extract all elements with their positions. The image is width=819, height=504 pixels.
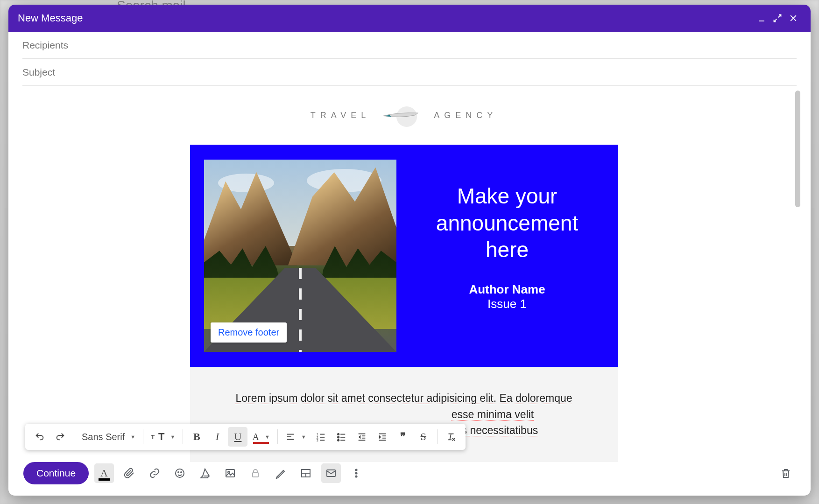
lorem-text: Lorem ipsum dolor sit <box>235 392 341 404</box>
hero-block: Remove footer Make your announcement her… <box>190 145 618 367</box>
insert-photo-button[interactable] <box>220 463 240 483</box>
insert-emoji-button[interactable] <box>170 463 190 483</box>
formatting-options-button[interactable]: A <box>94 463 114 483</box>
svg-text:3: 3 <box>317 438 318 442</box>
undo-button[interactable] <box>30 427 49 447</box>
svg-point-40 <box>355 476 357 477</box>
remove-footer-button[interactable]: Remove footer <box>211 322 287 343</box>
numbered-list-button[interactable]: 123 <box>311 427 331 447</box>
compose-window: New Message Recipients Subject TRAVEL AG… <box>8 5 811 496</box>
action-bar: Continue A <box>23 460 796 486</box>
window-title: New Message <box>18 12 754 24</box>
subject-field[interactable]: Subject <box>22 59 797 86</box>
titlebar: New Message <box>8 5 811 32</box>
more-options-button[interactable] <box>346 463 366 483</box>
remove-formatting-button[interactable] <box>441 427 461 447</box>
lorem-text: necessitatibus <box>470 424 538 436</box>
lorem-text: elit. Ea <box>477 392 515 404</box>
announcement-text[interactable]: Make your announcement here <box>415 183 599 264</box>
lorem-text: velit <box>515 408 534 420</box>
header-fields: Recipients Subject <box>8 32 811 86</box>
hero-text[interactable]: Make your announcement here Author Name … <box>396 160 618 352</box>
insert-signature-button[interactable] <box>271 463 290 483</box>
font-family-label: Sans Serif <box>82 432 125 442</box>
close-button[interactable] <box>785 10 801 26</box>
font-family-select[interactable]: Sans Serif▼ <box>78 427 139 447</box>
text-color-button[interactable]: A▼ <box>248 427 273 447</box>
confidential-mode-button[interactable] <box>246 463 265 483</box>
minimize-button[interactable] <box>754 10 770 26</box>
plane-icon <box>379 105 425 126</box>
scrollbar[interactable] <box>795 91 800 207</box>
hero-image[interactable]: Remove footer <box>204 160 396 352</box>
svg-point-29 <box>178 472 179 473</box>
issue-text[interactable]: Issue 1 <box>415 297 599 311</box>
indent-more-button[interactable] <box>373 427 392 447</box>
italic-button[interactable]: I <box>207 427 227 447</box>
lorem-text: consectetur <box>368 392 424 404</box>
lorem-text: doloremque <box>515 392 572 404</box>
quote-button[interactable]: ❞ <box>393 427 413 447</box>
indent-less-button[interactable] <box>352 427 372 447</box>
strikethrough-button[interactable]: S <box>414 427 433 447</box>
recipients-field[interactable]: Recipients <box>22 32 797 59</box>
popout-collapse-button[interactable] <box>770 10 785 26</box>
insert-link-button[interactable] <box>145 463 164 483</box>
redo-button[interactable] <box>50 427 70 447</box>
format-toolbar: Sans Serif▼ TT▼ B I U A▼ ▼ 123 ❞ S <box>25 424 466 450</box>
lorem-text: amet <box>341 392 365 404</box>
insert-drive-button[interactable] <box>195 463 215 483</box>
svg-point-14 <box>338 440 339 441</box>
svg-point-39 <box>355 472 357 474</box>
body-area: TRAVEL AGENCY Remove footer <box>8 86 811 496</box>
discard-draft-button[interactable] <box>776 463 796 483</box>
font-size-select[interactable]: TT▼ <box>147 427 179 447</box>
continue-button[interactable]: Continue <box>23 462 89 484</box>
svg-point-30 <box>181 472 182 473</box>
bulleted-list-button[interactable] <box>332 427 351 447</box>
svg-rect-33 <box>253 473 258 477</box>
email-layouts-button[interactable] <box>321 463 341 483</box>
attach-file-button[interactable] <box>120 463 139 483</box>
template-logo: TRAVEL AGENCY <box>22 95 785 145</box>
author-text[interactable]: Author Name <box>415 282 599 297</box>
lorem-text: adipisicing <box>427 392 477 404</box>
logo-left-text: TRAVEL <box>311 111 371 120</box>
svg-point-38 <box>355 469 357 470</box>
align-button[interactable]: ▼ <box>282 427 310 447</box>
underline-button[interactable]: U <box>228 427 247 447</box>
svg-point-12 <box>338 434 339 435</box>
insert-layout-button[interactable] <box>296 463 316 483</box>
svg-point-13 <box>338 436 339 438</box>
logo-right-text: AGENCY <box>434 111 497 120</box>
bold-button[interactable]: B <box>187 427 206 447</box>
svg-point-28 <box>176 469 184 477</box>
lorem-text: esse minima <box>452 408 515 420</box>
